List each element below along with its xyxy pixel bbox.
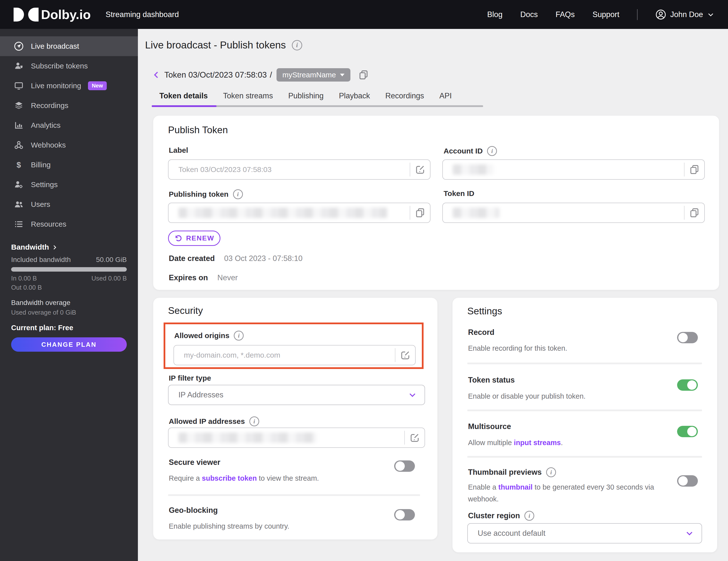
webhooks-icon: [14, 140, 24, 150]
copy-token-id-icon[interactable]: [685, 203, 704, 222]
record-desc: Enable recording for this token.: [468, 342, 567, 354]
tab-token-details[interactable]: Token details: [152, 91, 215, 100]
geo-blocking-toggle[interactable]: [394, 509, 415, 520]
sidebar-item-recordings[interactable]: Recordings: [0, 96, 138, 115]
account-id-info-icon[interactable]: i: [487, 146, 497, 156]
user-menu[interactable]: John Doe: [655, 9, 714, 20]
ip-filter-type-value: IP Addresses: [178, 390, 223, 399]
sidebar-item-analytics[interactable]: Analytics: [0, 115, 138, 135]
sidebar-item-label: Subscribe tokens: [31, 62, 88, 70]
allowed-origins-highlight-box: Allowed origins i: [164, 323, 424, 369]
ip-filter-type-select[interactable]: IP Addresses: [168, 385, 425, 405]
sidebar-item-label: Live broadcast: [31, 42, 79, 50]
sidebar-item-users[interactable]: Users: [0, 194, 138, 214]
chevron-down-icon: [685, 529, 694, 538]
sidebar-item-resources[interactable]: Resources: [0, 214, 138, 234]
breadcrumb-token-name[interactable]: Token 03/Oct/2023 07:58:03: [164, 70, 267, 80]
multisource-toggle[interactable]: [677, 426, 698, 437]
analytics-icon: [14, 120, 24, 130]
allowed-origins-field: [173, 345, 416, 365]
thumbnail-link[interactable]: thumbnail: [498, 483, 533, 491]
users-icon: [14, 199, 24, 210]
sidebar-item-label: Webhooks: [31, 141, 66, 149]
label-input[interactable]: [169, 165, 410, 174]
top-header: Dolby.io Streaming dashboard Blog Docs F…: [0, 0, 728, 29]
nav-faqs[interactable]: FAQs: [556, 10, 575, 19]
date-created-label: Date created: [169, 254, 215, 263]
expires-on-value: Never: [217, 273, 238, 282]
edit-label-icon[interactable]: [410, 160, 430, 179]
allowed-origins-input[interactable]: [174, 351, 395, 359]
tab-api[interactable]: API: [432, 91, 459, 100]
stream-name-label: myStreamName: [282, 71, 336, 79]
subscribe-token-link[interactable]: subscribe token: [202, 474, 257, 482]
sidebar-item-settings[interactable]: Settings: [0, 175, 138, 194]
divider: [168, 494, 420, 496]
sidebar-item-webhooks[interactable]: Webhooks: [0, 135, 138, 155]
bandwidth-in: In 0.00 B: [11, 275, 37, 282]
publishing-token-field: [168, 203, 430, 223]
sidebar: Live broadcast Subscribe tokens Live mon…: [0, 29, 138, 561]
allowed-ip-addresses-field: [168, 428, 425, 448]
chevron-right-icon: [51, 244, 58, 251]
publishing-token-label: Publishing token i: [169, 189, 243, 199]
chevron-down-icon: [408, 390, 417, 400]
dolby-logo[interactable]: Dolby.io: [14, 7, 91, 22]
sidebar-item-label: Recordings: [31, 101, 68, 110]
stream-name-dropdown[interactable]: myStreamName: [277, 68, 350, 82]
thumbnail-previews-info-icon[interactable]: i: [546, 467, 556, 477]
header-divider: [637, 9, 638, 20]
label-field-label: Label: [169, 146, 188, 154]
thumbnail-previews-toggle[interactable]: [677, 475, 698, 487]
tab-bar: Token details Token streams Publishing P…: [152, 91, 459, 100]
included-bandwidth-label: Included bandwidth: [11, 256, 71, 264]
live-broadcast-icon: [14, 41, 24, 52]
brand-name: Dolby.io: [41, 7, 91, 22]
active-tab-indicator: [152, 105, 216, 107]
divider: [467, 410, 702, 411]
sidebar-item-live-broadcast[interactable]: Live broadcast: [0, 36, 138, 56]
sidebar-item-live-monitoring[interactable]: Live monitoring New: [0, 76, 138, 96]
token-status-toggle[interactable]: [677, 379, 698, 391]
sidebar-item-subscribe-tokens[interactable]: Subscribe tokens: [0, 56, 138, 76]
page-title-info-icon[interactable]: i: [292, 40, 302, 50]
date-created-value: 03 Oct 2023 - 07:58:10: [224, 254, 302, 263]
tab-token-streams[interactable]: Token streams: [215, 91, 281, 100]
change-plan-button[interactable]: CHANGE PLAN: [11, 337, 127, 352]
edit-allowed-ip-icon[interactable]: [405, 428, 425, 447]
edit-allowed-origins-icon[interactable]: [395, 345, 415, 365]
record-toggle[interactable]: [677, 332, 698, 343]
nav-docs[interactable]: Docs: [520, 10, 538, 19]
input-streams-link[interactable]: input streams: [514, 439, 561, 447]
copy-stream-name-icon[interactable]: [358, 69, 369, 81]
security-card: Security Allowed origins i IP filter: [153, 298, 437, 539]
copy-publishing-token-icon[interactable]: [410, 203, 430, 222]
bandwidth-panel: Bandwidth Included bandwidth 50.00 GiB I…: [11, 243, 127, 352]
tab-publishing[interactable]: Publishing: [280, 91, 331, 100]
renew-button[interactable]: RENEW: [168, 231, 220, 246]
multisource-label: Multisource: [468, 422, 511, 431]
sidebar-item-billing[interactable]: $ Billing: [0, 155, 138, 175]
nav-blog[interactable]: Blog: [487, 10, 503, 19]
allowed-ip-redacted-value: [178, 432, 317, 443]
bandwidth-title[interactable]: Bandwidth: [11, 243, 127, 251]
secure-viewer-toggle[interactable]: [394, 460, 415, 472]
bandwidth-overage-sub: Used overage of 0 GiB: [11, 309, 127, 316]
sidebar-item-label: Resources: [31, 220, 66, 228]
cluster-region-info-icon[interactable]: i: [524, 511, 534, 521]
account-id-field: [442, 159, 705, 180]
back-chevron-icon[interactable]: [152, 69, 161, 81]
publish-token-heading: Publish Token: [168, 125, 228, 135]
tab-playback[interactable]: Playback: [331, 91, 378, 100]
cluster-region-select[interactable]: Use account default: [467, 523, 702, 543]
token-id-field: [442, 203, 705, 223]
copy-account-id-icon[interactable]: [685, 160, 704, 179]
tab-recordings[interactable]: Recordings: [378, 91, 432, 100]
publishing-token-info-icon[interactable]: i: [233, 189, 243, 199]
sidebar-item-label: Users: [31, 200, 50, 209]
allowed-ip-addresses-info-icon[interactable]: i: [249, 416, 259, 426]
nav-support[interactable]: Support: [593, 10, 620, 19]
allowed-origins-info-icon[interactable]: i: [234, 331, 244, 341]
multisource-desc: Allow multiple input streams.: [468, 437, 563, 449]
token-status-desc: Enable or disable your publish token.: [468, 390, 586, 402]
